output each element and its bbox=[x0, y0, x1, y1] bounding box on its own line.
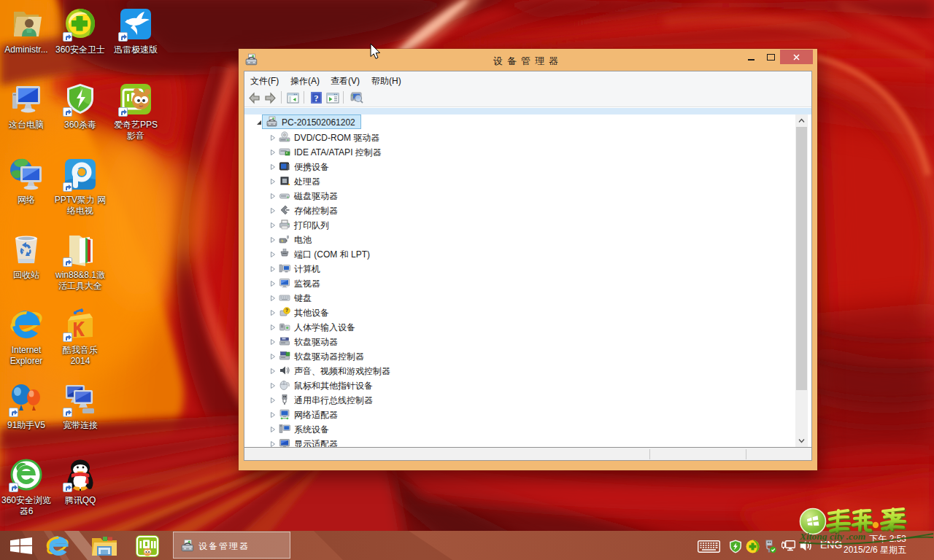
svg-text:?: ? bbox=[314, 93, 319, 104]
svg-text:Xitong city .com: Xitong city .com bbox=[799, 531, 865, 542]
svg-text:?: ? bbox=[285, 308, 288, 313]
